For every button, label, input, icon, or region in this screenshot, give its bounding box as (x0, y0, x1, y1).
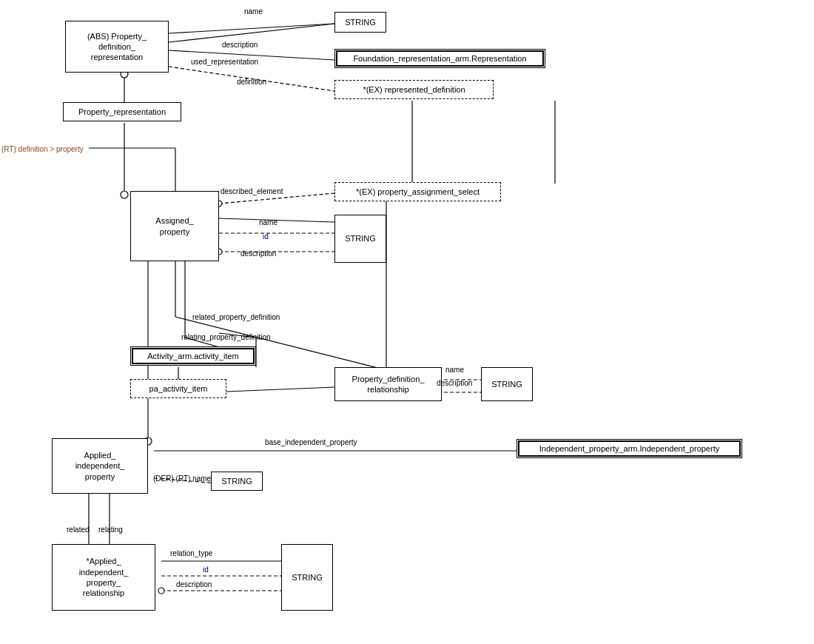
string2-box: STRING (334, 215, 386, 263)
activity-arm-label: Activity_arm.activity_item (147, 351, 238, 361)
applied-ind-prop-label: Applied_independent_property (75, 450, 125, 482)
assigned-property-box: Assigned_property (130, 191, 219, 261)
label-id2: id (203, 566, 209, 574)
foundation-rep-box: Foundation_representation_arm.Representa… (334, 49, 545, 68)
string5-label: STRING (292, 572, 323, 583)
applied-ind-prop-rel-box: *Applied_independent_property_relationsh… (52, 544, 155, 611)
property-def-rel-label: Property_definition_relationship (352, 374, 425, 395)
label-rt-definition: (RT) definition > property (1, 145, 84, 153)
applied-ind-prop-box: Applied_independent_property (52, 438, 148, 494)
label-base-ind-prop: base_independent_property (265, 438, 357, 446)
string5-box: STRING (281, 544, 333, 611)
label-relating-prop-def: relating_property_definition (181, 333, 271, 341)
ind-prop-arm-label: Independent_property_arm.Independent_pro… (539, 443, 719, 454)
diagram: (ABS) Property_definition_representation… (0, 0, 814, 644)
label-described-element: described_element (221, 187, 283, 195)
string3-label: STRING (491, 379, 522, 389)
label-description4: description (176, 580, 212, 588)
svg-line-3 (169, 24, 334, 42)
label-id1: id (263, 232, 269, 241)
assigned-property-label: Assigned_property (155, 215, 193, 237)
applied-ind-prop-rel-label: *Applied_independent_property_relationsh… (79, 556, 129, 598)
ind-prop-arm-box: Independent_property_arm.Independent_pro… (517, 439, 742, 458)
label-related-prop-def: related_property_definition (192, 313, 280, 321)
label-relation-type: relation_type (170, 549, 212, 557)
foundation-rep-label: Foundation_representation_arm.Representa… (353, 53, 526, 64)
label-name2: name (259, 218, 278, 227)
abs-property-def-box: (ABS) Property_definition_representation (65, 21, 169, 73)
string3-box: STRING (481, 367, 533, 401)
property-rep-box: Property_representation (63, 102, 181, 121)
svg-line-0 (169, 24, 334, 33)
label-used-rep: used_representation (191, 58, 258, 66)
property-assign-select-label: *(EX) property_assignment_select (356, 187, 480, 197)
activity-arm-box: Activity_arm.activity_item (130, 346, 256, 366)
property-def-rel-box: Property_definition_relationship (334, 367, 442, 401)
svg-point-39 (158, 588, 164, 594)
represented-def-box: *(EX) represented_definition (334, 80, 494, 99)
pa-activity-item-box: pa_activity_item (130, 379, 226, 398)
string4-label: STRING (221, 476, 252, 486)
string1-box: STRING (334, 12, 386, 33)
label-description1: description (222, 41, 258, 49)
pa-activity-item-label: pa_activity_item (149, 383, 208, 394)
label-relating: relating (98, 526, 123, 534)
string1-label: STRING (345, 17, 376, 27)
label-description2: description (240, 249, 276, 258)
property-assign-select-box: *(EX) property_assignment_select (334, 182, 501, 201)
label-definition: definition (237, 78, 266, 86)
label-description3: description (437, 379, 472, 387)
abs-property-def-label: (ABS) Property_definition_representation (87, 31, 147, 63)
property-rep-label: Property_representation (78, 107, 166, 117)
string4-box: STRING (211, 472, 263, 491)
label-name1: name (244, 7, 263, 16)
label-related: related (67, 526, 90, 534)
label-der-rt-name: (DER) (RT) name (153, 474, 211, 483)
svg-point-8 (121, 191, 128, 198)
svg-line-26 (226, 387, 334, 392)
represented-def-label: *(EX) represented_definition (363, 84, 465, 95)
label-name3: name (445, 366, 464, 374)
string2-label: STRING (345, 233, 376, 244)
